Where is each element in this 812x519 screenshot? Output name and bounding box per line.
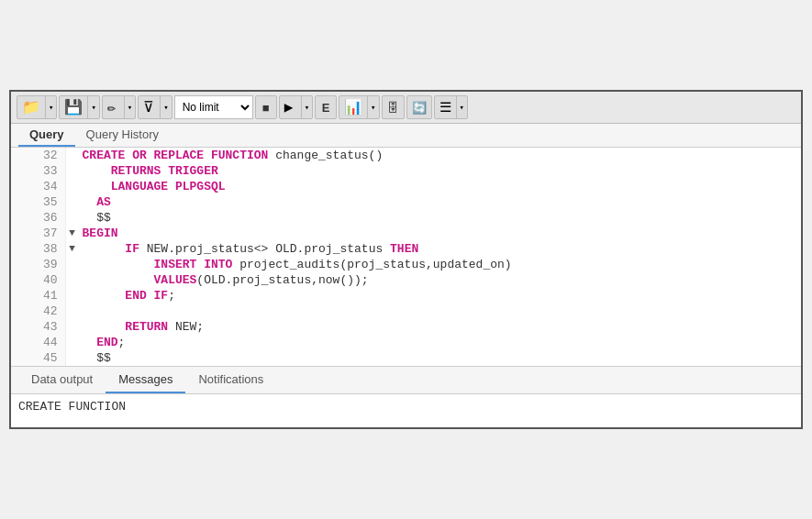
fold-arrow: [66, 194, 79, 210]
db-rollback-btn[interactable]: 🔄: [406, 95, 432, 119]
dropdown-arrow-icon[interactable]: ▾: [46, 100, 56, 116]
messages-area: CREATE FUNCTION: [11, 394, 801, 427]
table-row: 38 ▼ IF NEW.proj_status<> OLD.proj_statu…: [11, 241, 801, 257]
table-row: 32 CREATE OR REPLACE FUNCTION change_sta…: [11, 148, 801, 163]
filter-dropdown-arrow-icon[interactable]: ▾: [161, 100, 171, 116]
code-editor[interactable]: 32 CREATE OR REPLACE FUNCTION change_sta…: [11, 148, 801, 366]
tab-query[interactable]: Query: [18, 124, 75, 147]
line-number: 35: [11, 194, 66, 210]
edit-btn[interactable]: ✏️ ▾: [102, 95, 136, 119]
table-row: 42: [11, 304, 801, 319]
table-row: 41 END IF;: [11, 288, 801, 304]
line-number: 41: [11, 288, 66, 304]
code-content: CREATE OR REPLACE FUNCTION change_status…: [79, 148, 801, 163]
code-content: INSERT INTO project_audits(proj_status,u…: [79, 257, 801, 272]
messages-content: CREATE FUNCTION: [18, 400, 126, 414]
line-number: 44: [11, 335, 66, 350]
db-commit-btn[interactable]: 🗄: [382, 95, 405, 119]
line-number: 34: [11, 179, 66, 194]
execute-dropdown-arrow-icon[interactable]: ▾: [302, 100, 312, 116]
table-row: 37 ▼ BEGIN: [11, 226, 801, 241]
code-content: END;: [79, 335, 801, 350]
tab-data-output[interactable]: Data output: [18, 367, 106, 393]
chart-dropdown-arrow-icon[interactable]: ▾: [368, 100, 378, 116]
fold-arrow: [66, 288, 79, 304]
table-row: 36 $$: [11, 210, 801, 226]
save-dropdown-arrow-icon[interactable]: ▾: [88, 100, 98, 116]
explain-btn[interactable]: E: [315, 95, 337, 119]
line-number: 42: [11, 304, 66, 319]
line-number: 39: [11, 257, 66, 272]
line-number: 38: [11, 241, 66, 257]
menu-dropdown-arrow-icon[interactable]: ▾: [457, 100, 467, 116]
fold-arrow: [66, 210, 79, 226]
stop-btn[interactable]: ■: [255, 95, 277, 119]
code-content: AS: [79, 194, 801, 210]
bottom-tab-bar: Data output Messages Notifications: [11, 366, 801, 394]
open-folder-btn[interactable]: 📁 ▾: [17, 95, 57, 119]
fold-arrow: [66, 319, 79, 335]
table-row: 35 AS: [11, 194, 801, 210]
code-content: VALUES(OLD.proj_status,now());: [79, 272, 801, 288]
table-row: 39 INSERT INTO project_audits(proj_statu…: [11, 257, 801, 272]
line-number: 32: [11, 148, 66, 163]
fold-arrow: [66, 179, 79, 194]
code-content: LANGUAGE PLPGSQL: [79, 179, 801, 194]
folder-icon[interactable]: 📁: [17, 95, 46, 119]
fold-arrow: [66, 272, 79, 288]
line-number: 37: [11, 226, 66, 241]
execute-btn[interactable]: ▶ ▾: [279, 95, 313, 119]
fold-arrow: [66, 304, 79, 319]
main-window: 📁 ▾ 💾 ▾ ✏️ ▾ ⊽ ▾ No limit 100 rows 500 r…: [9, 90, 803, 429]
line-number: 36: [11, 210, 66, 226]
save-icon[interactable]: 💾: [60, 95, 88, 119]
code-content: $$: [79, 210, 801, 226]
fold-arrow: [66, 148, 79, 163]
line-number: 33: [11, 163, 66, 179]
table-row: 40 VALUES(OLD.proj_status,now());: [11, 272, 801, 288]
tab-notifications[interactable]: Notifications: [185, 367, 276, 393]
fold-arrow: [66, 335, 79, 350]
play-icon[interactable]: ▶: [280, 95, 302, 119]
limit-select[interactable]: No limit 100 rows 500 rows 1000 rows: [174, 95, 253, 119]
table-row: 33 RETURNS TRIGGER: [11, 163, 801, 179]
table-row: 45 $$: [11, 350, 801, 366]
fold-arrow: ▼: [66, 226, 79, 241]
chart-icon[interactable]: 📊: [339, 95, 368, 119]
code-content: [79, 304, 801, 319]
line-number: 43: [11, 319, 66, 335]
line-number: 45: [11, 350, 66, 366]
code-content: BEGIN: [79, 226, 801, 241]
filter-icon[interactable]: ⊽: [139, 95, 161, 119]
filter-btn[interactable]: ⊽ ▾: [138, 95, 172, 119]
edit-dropdown-arrow-icon[interactable]: ▾: [125, 100, 135, 116]
tab-messages[interactable]: Messages: [106, 367, 185, 393]
menu-btn[interactable]: ☰ ▾: [434, 95, 468, 119]
table-row: 43 RETURN NEW;: [11, 319, 801, 335]
save-btn[interactable]: 💾 ▾: [59, 95, 99, 119]
fold-arrow: ▼: [66, 241, 79, 257]
toolbar: 📁 ▾ 💾 ▾ ✏️ ▾ ⊽ ▾ No limit 100 rows 500 r…: [11, 92, 801, 124]
code-content: END IF;: [79, 288, 801, 304]
table-row: 34 LANGUAGE PLPGSQL: [11, 179, 801, 194]
pencil-icon[interactable]: ✏️: [103, 95, 125, 119]
code-content: IF NEW.proj_status<> OLD.proj_status THE…: [79, 241, 801, 257]
code-lines: 32 CREATE OR REPLACE FUNCTION change_sta…: [11, 148, 801, 366]
chart-btn[interactable]: 📊 ▾: [339, 95, 379, 119]
menu-icon[interactable]: ☰: [435, 96, 457, 119]
table-row: 44 END;: [11, 335, 801, 350]
fold-arrow: [66, 350, 79, 366]
tab-query-history[interactable]: Query History: [75, 124, 170, 147]
query-tab-bar: Query Query History: [11, 124, 801, 148]
line-number: 40: [11, 272, 66, 288]
fold-arrow: [66, 257, 79, 272]
code-content: RETURNS TRIGGER: [79, 163, 801, 179]
fold-arrow: [66, 163, 79, 179]
code-content: RETURN NEW;: [79, 319, 801, 335]
code-content: $$: [79, 350, 801, 366]
